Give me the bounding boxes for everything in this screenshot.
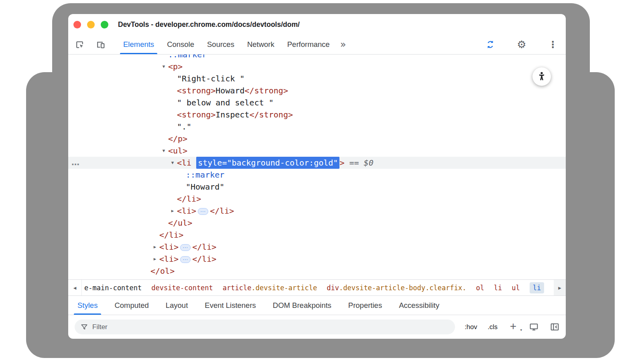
tree-segment-tag: <li	[177, 158, 196, 168]
more-tabs-chevron-icon[interactable]: »	[340, 40, 346, 49]
collapsed-ellipsis-button[interactable]: ···	[180, 256, 191, 263]
tree-segment-tag: </ul>	[168, 218, 192, 228]
settings-gear-icon[interactable]: ⚙	[516, 39, 527, 50]
rendering-monitor-icon[interactable]	[529, 322, 539, 332]
window-titlebar: DevTools - developer.chrome.com/docs/dev…	[68, 14, 566, 35]
breadcrumb-scroll-left-button[interactable]: ◂	[68, 280, 82, 295]
tree-segment-tag: </strong>	[245, 86, 288, 95]
disclosure-open-triangle-icon[interactable]: ▾	[160, 61, 167, 73]
filter-funnel-icon	[80, 323, 88, 331]
breadcrumb-item[interactable]: div.devsite-article-body.clearfix.	[327, 284, 466, 292]
devtools-window: DevTools - developer.chrome.com/docs/dev…	[68, 14, 566, 339]
breadcrumb-item[interactable]: ul	[512, 284, 520, 292]
tree-segment-eq: ==	[344, 158, 364, 168]
tab-console[interactable]: Console	[160, 35, 201, 54]
tab-sources[interactable]: Sources	[201, 35, 241, 54]
tree-segment-text: " below and select "	[177, 98, 274, 107]
tree-segment-marker: ::marker	[186, 170, 224, 180]
tree-line[interactable]: </ol>	[68, 265, 566, 277]
breadcrumb-item[interactable]: devsite-content	[151, 284, 213, 292]
tree-line[interactable]: "Howard"	[68, 181, 566, 193]
toggle-device-toolbar-icon[interactable]	[95, 39, 106, 50]
tree-line[interactable]: ▾<ul>	[68, 145, 566, 157]
tree-segment-tag: </li>	[210, 206, 234, 216]
tree-segment-selattr: style="background-color:gold"	[196, 157, 339, 169]
tab-computed[interactable]: Computed	[106, 296, 157, 315]
element-classes-button[interactable]: .cls	[488, 323, 498, 331]
breadcrumb-item[interactable]: ol	[476, 284, 484, 292]
tab-layout[interactable]: Layout	[157, 296, 197, 315]
tree-line[interactable]: ▸<li>···</li>	[68, 205, 566, 217]
tree-segment-tag: <li>	[159, 242, 179, 252]
tree-line[interactable]: <strong>Inspect</strong>	[68, 109, 566, 121]
tab-styles[interactable]: Styles	[69, 296, 106, 315]
tree-segment-tag: <strong>	[177, 86, 215, 95]
disclosure-closed-triangle-icon[interactable]: ▸	[169, 205, 176, 217]
tree-line[interactable]: …▾<li style="background-color:gold"> == …	[68, 157, 566, 169]
tree-line[interactable]: "."	[68, 121, 566, 133]
toolbar-right-actions: ⚙ ⋮	[485, 39, 560, 50]
tab-event-listeners[interactable]: Event Listeners	[196, 296, 264, 315]
accessibility-person-icon	[536, 71, 547, 82]
accessibility-fab-button[interactable]	[532, 67, 551, 86]
tree-line[interactable]: </li>	[68, 229, 566, 241]
tree-segment-tag: <li>	[177, 206, 196, 216]
tree-line[interactable]: "Right-click "	[68, 73, 566, 85]
styles-filter-input[interactable]: Filter	[75, 320, 455, 334]
tree-segment-dollar: $0	[364, 158, 374, 168]
disclosure-closed-triangle-icon[interactable]: ▸	[152, 253, 158, 265]
breadcrumb-scroll-right-button[interactable]: ▸	[554, 280, 566, 295]
breadcrumb-item[interactable]: e-main-content	[84, 284, 142, 292]
tree-line[interactable]: </li>	[68, 193, 566, 205]
disclosure-open-triangle-icon[interactable]: ▾	[169, 157, 176, 169]
close-window-button[interactable]	[73, 21, 81, 28]
tree-line[interactable]: ▸<li>···</li>	[68, 253, 566, 265]
toggle-sidebar-icon[interactable]	[550, 322, 560, 332]
tree-line[interactable]: ::marker	[68, 169, 566, 181]
minimize-window-button[interactable]	[87, 21, 95, 28]
tree-line[interactable]: </p>	[68, 133, 566, 145]
zoom-window-button[interactable]	[101, 21, 108, 28]
breadcrumb-item[interactable]: li	[494, 284, 502, 292]
tab-accessibility[interactable]: Accessibility	[390, 296, 448, 315]
tab-performance[interactable]: Performance	[281, 35, 336, 54]
collapsed-ellipsis-button[interactable]: ···	[180, 244, 191, 251]
tree-line[interactable]: " below and select "	[68, 97, 566, 109]
toggle-element-state-button[interactable]: :hov	[465, 323, 477, 331]
disclosure-closed-triangle-icon[interactable]: ▸	[152, 241, 158, 253]
collapsed-ellipsis-button[interactable]: ···	[198, 208, 208, 215]
tab-dom-breakpoints[interactable]: DOM Breakpoints	[264, 296, 340, 315]
tree-segment-text: "."	[177, 122, 191, 131]
tab-network[interactable]: Network	[241, 35, 281, 54]
more-options-kebab-icon[interactable]: ⋮	[548, 39, 558, 50]
tab-properties[interactable]: Properties	[340, 296, 390, 315]
tree-segment-text: "Right-click "	[177, 74, 245, 83]
tree-segment-tag: <strong>	[177, 110, 215, 119]
tree-line[interactable]: ▸<li>···</li>	[68, 241, 566, 253]
tab-elements[interactable]: Elements	[117, 35, 160, 54]
caret-down-icon: ▾	[520, 328, 522, 332]
tree-line[interactable]: <strong>Howard</strong>	[68, 85, 566, 97]
sidebar-tab-strip: StylesComputedLayoutEvent ListenersDOM B…	[68, 295, 566, 315]
dom-tree-inner: ::marker▾<p>"Right-click "<strong>Howard…	[68, 55, 566, 277]
tree-line[interactable]: ▾<p>	[68, 61, 566, 73]
tree-segment-tag: </p>	[168, 134, 187, 144]
tree-line[interactable]: ::marker	[68, 55, 566, 61]
inspect-element-icon[interactable]	[74, 39, 85, 50]
tree-line[interactable]: </ul>	[68, 217, 566, 229]
tree-segment-tag: </strong>	[250, 110, 293, 119]
devtools-toolbar: ElementsConsoleSourcesNetworkPerformance…	[68, 35, 566, 55]
tree-segment-text: Inspect	[215, 110, 249, 119]
row-overflow-dots-icon[interactable]: …	[71, 157, 80, 168]
disclosure-open-triangle-icon[interactable]: ▾	[160, 145, 167, 157]
styles-toolbar-controls: :hov .cls + ▾	[465, 322, 560, 332]
tree-segment-tag: <li>	[159, 254, 179, 264]
tree-segment-text: "Howard"	[186, 182, 224, 192]
tree-segment-tag: </li>	[192, 242, 216, 252]
sync-icon[interactable]	[485, 39, 496, 50]
tree-segment-tag: <p>	[168, 62, 183, 71]
breadcrumb-item[interactable]: li	[530, 282, 544, 293]
new-style-rule-button[interactable]: + ▾	[508, 322, 518, 332]
styles-toolbar: Filter :hov .cls + ▾	[68, 315, 566, 339]
breadcrumb-item[interactable]: article.devsite-article	[223, 284, 317, 292]
